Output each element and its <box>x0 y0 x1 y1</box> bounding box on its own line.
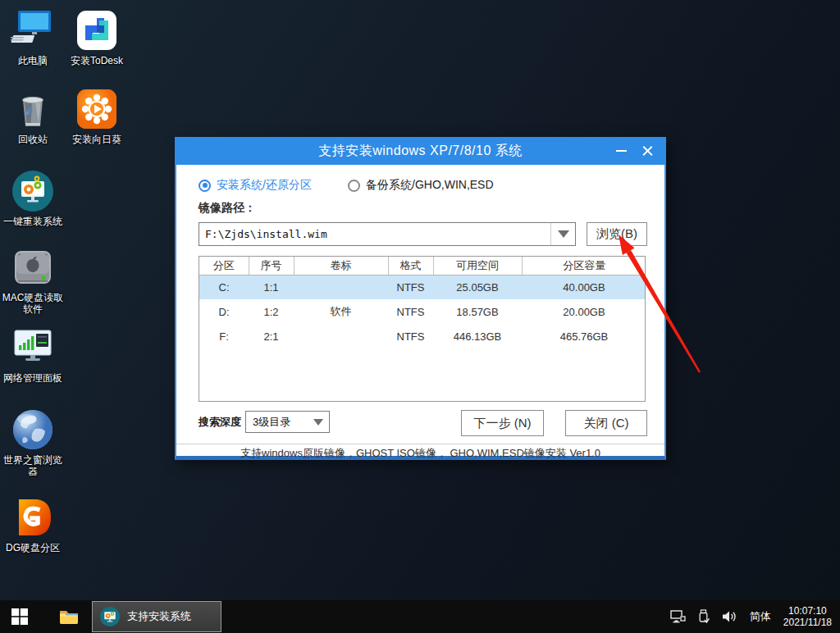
desktop-icon-label: 网络管理面板 <box>2 372 64 384</box>
desktop-icon-label: 世界之窗浏览器 <box>2 454 64 477</box>
desktop-icon-network-panel[interactable]: 网络管理面板 <box>2 326 64 384</box>
radio-selected-icon <box>199 180 211 192</box>
radio-backup-label: 备份系统/GHO,WIN,ESD <box>366 178 494 193</box>
cell-partition: F: <box>199 324 249 348</box>
cell-capacity: 40.00GB <box>522 275 646 299</box>
combobox-dropdown-button[interactable] <box>550 223 575 245</box>
radio-backup-system[interactable]: 备份系统/GHO,WIN,ESD <box>348 178 494 193</box>
cell-index: 2:1 <box>249 324 294 348</box>
desktop-icon-one-key-reinstall[interactable]: 一键重装系统 <box>2 169 64 227</box>
desktop-icon-mac-disk-reader[interactable]: MAC硬盘读取软件 <box>2 245 64 315</box>
cell-capacity: 20.00GB <box>522 299 646 324</box>
dropdown-button[interactable] <box>308 419 329 426</box>
chevron-down-icon <box>558 230 569 238</box>
cell-index: 1:2 <box>249 299 294 324</box>
start-button[interactable] <box>0 600 39 633</box>
col-header-volume[interactable]: 卷标 <box>294 257 388 275</box>
system-tray: 简体 10:07:10 2021/11/18 <box>670 600 840 633</box>
next-button[interactable]: 下一步 (N) <box>461 410 544 436</box>
table-row-c[interactable]: C: 1:1 NTFS 25.05GB 40.00GB <box>199 275 646 299</box>
radio-unselected-icon <box>348 180 360 192</box>
dg-partition-icon <box>11 495 55 540</box>
network-tray-icon[interactable] <box>670 610 686 623</box>
search-depth-value: 3级目录 <box>246 415 308 430</box>
desktop-icon-label: 安装向日葵 <box>66 134 128 145</box>
windows-logo-icon <box>11 608 28 625</box>
table-header-row: 分区 序号 卷标 格式 可用空间 分区容量 <box>199 257 646 275</box>
col-header-index[interactable]: 序号 <box>249 257 294 275</box>
cell-volume <box>294 324 388 348</box>
taskbar-clock[interactable]: 10:07:10 2021/11/18 <box>783 605 832 628</box>
cell-volume: 软件 <box>294 299 388 324</box>
install-dialog: 支持安装windows XP/7/8/10 系统 安装系统/还原分区 备份系统/… <box>175 137 666 460</box>
cell-volume <box>294 275 388 299</box>
desktop-icon-this-pc[interactable]: 此电脑 <box>2 8 64 66</box>
mac-disk-reader-icon <box>11 245 55 289</box>
dialog-titlebar[interactable]: 支持安装windows XP/7/8/10 系统 <box>175 137 666 165</box>
network-panel-icon <box>11 326 55 370</box>
desktop-icon-world-browser[interactable]: 世界之窗浏览器 <box>2 408 64 477</box>
cell-index: 1:1 <box>249 275 294 299</box>
this-pc-icon <box>11 8 55 52</box>
dialog-body: 安装系统/还原分区 备份系统/GHO,WIN,ESD 镜像路径： F:\Zjds… <box>175 165 666 460</box>
taskbar-app-install-system[interactable]: 支持安装系统 <box>92 601 221 632</box>
desktop-icon-label: MAC硬盘读取软件 <box>2 292 64 315</box>
cell-partition: C: <box>199 275 249 299</box>
image-path-combobox[interactable]: F:\Zjds\install.wim <box>199 222 576 246</box>
partition-table: 分区 序号 卷标 格式 可用空间 分区容量 C: 1:1 NTFS 25.05 <box>199 256 646 402</box>
desktop-icon-label: 安装ToDesk <box>66 55 128 66</box>
cell-format: NTFS <box>388 324 433 348</box>
install-app-icon <box>99 606 121 627</box>
dialog-footer-text: 支持windows原版镜像，GHOST ISO镜像， GHO,WIM,ESD镜像… <box>176 444 664 460</box>
close-icon <box>642 146 653 157</box>
taskbar: 支持安装系统 简体 10:07:10 2021/11/18 <box>0 600 840 633</box>
desktop-icon-label: 回收站 <box>2 134 64 145</box>
chevron-down-icon <box>313 419 323 426</box>
todesk-icon <box>75 8 119 52</box>
minimize-icon <box>616 150 627 152</box>
cell-free: 18.57GB <box>433 299 522 324</box>
radio-install-system[interactable]: 安装系统/还原分区 <box>199 178 312 193</box>
sunflower-icon <box>75 87 119 131</box>
cell-format: NTFS <box>388 275 433 299</box>
dialog-title: 支持安装windows XP/7/8/10 系统 <box>175 143 666 160</box>
desktop-icon-recycle-bin[interactable]: 回收站 <box>2 87 64 145</box>
cell-capacity: 465.76GB <box>522 324 646 348</box>
col-header-format[interactable]: 格式 <box>388 257 433 275</box>
browse-button[interactable]: 浏览(B) <box>587 222 647 246</box>
speaker-tray-icon[interactable] <box>722 610 737 623</box>
table-row-f[interactable]: F: 2:1 NTFS 446.13GB 465.76GB <box>199 324 646 348</box>
desktop-icon-dg-partition[interactable]: DG硬盘分区 <box>2 495 64 553</box>
cell-free: 446.13GB <box>433 324 522 348</box>
usb-tray-icon[interactable] <box>698 609 710 624</box>
table-row-d[interactable]: D: 1:2 软件 NTFS 18.57GB 20.00GB <box>199 299 646 324</box>
image-path-value: F:\Zjds\install.wim <box>199 228 550 240</box>
cell-format: NTFS <box>388 299 433 324</box>
cell-free: 25.05GB <box>433 275 522 299</box>
clock-date: 2021/11/18 <box>783 617 832 628</box>
clock-time: 10:07:10 <box>783 605 832 617</box>
desktop-icon-label: 此电脑 <box>2 55 64 66</box>
desktop-icon-todesk[interactable]: 安装ToDesk <box>66 8 128 66</box>
recycle-bin-icon <box>11 87 55 131</box>
input-method-indicator[interactable]: 简体 <box>750 609 771 624</box>
image-path-label: 镜像路径： <box>199 201 256 216</box>
radio-install-label: 安装系统/还原分区 <box>217 178 312 193</box>
search-depth-label: 搜索深度 <box>199 415 241 430</box>
col-header-partition[interactable]: 分区 <box>199 257 249 275</box>
desktop-icon-label: DG硬盘分区 <box>2 542 64 553</box>
file-explorer-button[interactable] <box>51 600 87 633</box>
minimize-button[interactable] <box>609 137 633 165</box>
desktop-icon-sunflower[interactable]: 安装向日葵 <box>66 87 128 145</box>
taskbar-app-label: 支持安装系统 <box>127 609 191 624</box>
close-dialog-button[interactable]: 关闭 (C) <box>565 410 647 436</box>
search-depth-dropdown[interactable]: 3级目录 <box>245 411 330 433</box>
desktop-icon-label: 一键重装系统 <box>2 216 64 227</box>
col-header-capacity[interactable]: 分区容量 <box>522 257 646 275</box>
folder-icon <box>58 606 80 627</box>
col-header-free[interactable]: 可用空间 <box>433 257 522 275</box>
one-key-reinstall-icon <box>11 169 55 213</box>
world-browser-icon <box>11 408 55 452</box>
cell-partition: D: <box>199 299 249 324</box>
close-button[interactable] <box>635 137 660 165</box>
